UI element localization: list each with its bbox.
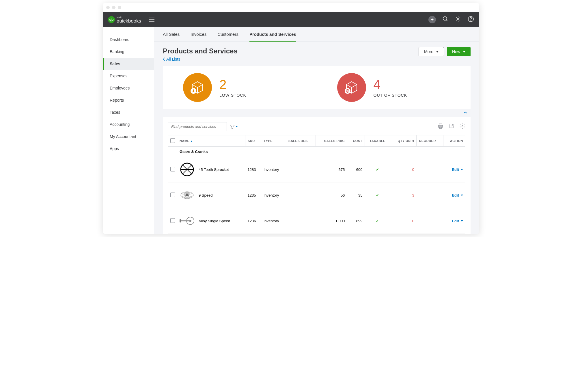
tabs: All Sales Invoices Customers Products an…: [154, 27, 479, 42]
chevron-left-icon: [163, 57, 165, 61]
check-icon: ✓: [376, 193, 379, 197]
col-action[interactable]: ACTION: [443, 135, 465, 147]
cell-type: Inventory: [261, 208, 286, 234]
gear-icon: [455, 16, 461, 22]
tab-customers[interactable]: Customers: [217, 32, 238, 42]
svg-point-26: [185, 194, 189, 196]
cell-sales-desc: [286, 182, 316, 208]
sidebar-item-accounting[interactable]: Accounting: [103, 118, 154, 130]
product-name: 9 Speed: [199, 193, 212, 197]
window-dot: [118, 6, 121, 9]
table-row: 45 Tooth Sprocket 1283 Inventory 575 600…: [168, 157, 465, 182]
sidebar-item-dashboard[interactable]: Dashboard: [103, 33, 154, 46]
svg-point-12: [462, 125, 463, 127]
caret-down-icon: [461, 195, 463, 196]
table-panel: NAME▲ SKU TYPE SALES DES SALES PRIC COST…: [163, 117, 471, 234]
svg-point-2: [457, 18, 459, 20]
out-of-stock-card[interactable]: 4 OUT OF STOCK: [317, 73, 471, 102]
cell-sales-price: 575: [316, 157, 347, 182]
sidebar-item-apps[interactable]: Apps: [103, 143, 154, 155]
add-button[interactable]: +: [428, 16, 436, 23]
product-image: [180, 213, 195, 228]
svg-line-17: [187, 169, 191, 174]
caret-down-icon: [236, 126, 238, 127]
table-row: 9 Speed 1235 Inventory 56 35 ✓ 3 Edit: [168, 182, 465, 208]
edit-button[interactable]: Edit: [452, 193, 463, 197]
select-all-checkbox[interactable]: [170, 138, 175, 143]
col-cost[interactable]: COST: [347, 135, 365, 147]
more-button-label: More: [424, 49, 433, 54]
window-dot: [112, 6, 115, 9]
out-of-stock-icon: [337, 73, 366, 102]
window-dot: [106, 6, 110, 9]
edit-button[interactable]: Edit: [452, 167, 463, 172]
category-name: Gears & Cranks: [177, 147, 465, 157]
row-checkbox[interactable]: [170, 167, 175, 171]
cell-sku: 1235: [245, 182, 261, 208]
settings-button[interactable]: [455, 16, 461, 23]
sidebar-item-banking[interactable]: Banking: [103, 46, 154, 58]
menu-toggle-icon[interactable]: [149, 18, 154, 22]
sidebar-item-reports[interactable]: Reports: [103, 94, 154, 106]
cell-qty: 0: [412, 167, 414, 172]
cell-reorder: [417, 208, 443, 234]
sidebar-item-my-accountant[interactable]: My Accountant: [103, 130, 154, 143]
new-button-label: New: [452, 49, 460, 54]
col-qty[interactable]: QTY ON H: [390, 135, 417, 147]
filter-button[interactable]: [230, 124, 238, 129]
cell-sales-price: 56: [316, 182, 347, 208]
col-reorder[interactable]: REORDER: [417, 135, 443, 147]
tab-products-services[interactable]: Products and Services: [249, 32, 296, 42]
help-icon: [468, 16, 474, 22]
tab-invoices[interactable]: Invoices: [191, 32, 206, 42]
sidebar-item-employees[interactable]: Employees: [103, 82, 154, 94]
col-sales-price[interactable]: SALES PRIC: [316, 135, 347, 147]
out-of-stock-label: OUT OF STOCK: [374, 93, 407, 98]
category-row: Gears & Cranks: [168, 147, 465, 157]
page-title: Products and Services: [163, 47, 238, 55]
col-sales-desc[interactable]: SALES DES: [286, 135, 316, 147]
gear-icon: [460, 123, 465, 129]
col-name[interactable]: NAME▲: [177, 135, 245, 147]
caret-down-icon: [436, 51, 439, 53]
cell-cost: 899: [347, 208, 365, 234]
svg-line-15: [187, 165, 191, 169]
sidebar: Dashboard Banking Sales Expenses Employe…: [103, 27, 154, 234]
svg-line-19: [183, 169, 187, 174]
collapse-panel-button[interactable]: [464, 111, 467, 115]
svg-point-4: [471, 20, 471, 20]
chevron-up-icon: [464, 111, 467, 114]
col-taxable[interactable]: TAXABLE: [365, 135, 390, 147]
sidebar-item-expenses[interactable]: Expenses: [103, 70, 154, 82]
help-button[interactable]: [468, 16, 474, 23]
cell-reorder: [417, 157, 443, 182]
stock-panel: 2 LOW STOCK 4 OUT OF STOCK: [163, 66, 471, 109]
sidebar-item-sales[interactable]: Sales: [103, 58, 154, 70]
export-button[interactable]: [449, 123, 454, 130]
plus-icon: +: [428, 16, 436, 23]
export-icon: [449, 123, 454, 129]
svg-point-0: [443, 17, 447, 20]
search-button[interactable]: [442, 16, 449, 23]
svg-rect-11: [439, 127, 442, 128]
cell-type: Inventory: [261, 182, 286, 208]
row-checkbox[interactable]: [170, 218, 175, 223]
tab-all-sales[interactable]: All Sales: [163, 32, 180, 42]
cell-type: Inventory: [261, 157, 286, 182]
product-name: Alloy Single Speed: [199, 219, 230, 223]
col-type[interactable]: TYPE: [261, 135, 286, 147]
low-stock-card[interactable]: 2 LOW STOCK: [163, 73, 317, 102]
col-sku[interactable]: SKU: [245, 135, 261, 147]
row-checkbox[interactable]: [170, 193, 175, 197]
back-link[interactable]: All Lists: [163, 57, 238, 61]
new-button[interactable]: New: [447, 47, 471, 56]
sidebar-item-taxes[interactable]: Taxes: [103, 106, 154, 118]
edit-button[interactable]: Edit: [452, 219, 463, 223]
cell-sku: 1283: [245, 157, 261, 182]
more-button[interactable]: More: [419, 47, 444, 56]
logo-big-text: quickbooks: [117, 18, 141, 23]
search-input[interactable]: [168, 122, 227, 131]
table-settings-button[interactable]: [460, 123, 465, 130]
print-button[interactable]: [438, 123, 443, 130]
table-row: Alloy Single Speed 1236 Inventory 1,000 …: [168, 208, 465, 234]
